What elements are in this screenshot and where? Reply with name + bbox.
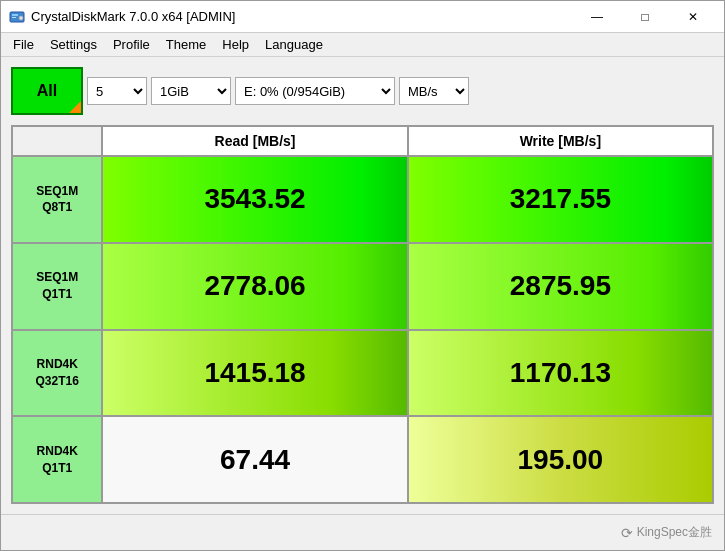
benchmark-table: Read [MB/s] Write [MB/s] SEQ1MQ8T13543.5… <box>11 125 714 504</box>
footer: ⟳ KingSpec金胜 <box>1 514 724 550</box>
menu-bar: FileSettingsProfileThemeHelpLanguage <box>1 33 724 57</box>
svg-rect-2 <box>12 17 16 18</box>
all-button[interactable]: All <box>11 67 83 115</box>
row-0-read: 3543.52 <box>102 156 407 243</box>
row-3-read: 67.44 <box>102 416 407 503</box>
header-read-col: Read [MB/s] <box>102 126 407 156</box>
row-1-label: SEQ1MQ1T1 <box>12 243 102 330</box>
table-row: RND4KQ1T167.44195.00 <box>12 416 713 503</box>
window-title: CrystalDiskMark 7.0.0 x64 [ADMIN] <box>31 9 574 24</box>
menu-item-menu-language[interactable]: Language <box>257 35 331 54</box>
title-bar: CrystalDiskMark 7.0.0 x64 [ADMIN] — □ ✕ <box>1 1 724 33</box>
menu-item-menu-settings[interactable]: Settings <box>42 35 105 54</box>
svg-point-3 <box>19 16 23 20</box>
header-label-col <box>12 126 102 156</box>
app-icon <box>9 9 25 25</box>
row-3-label: RND4KQ1T1 <box>12 416 102 503</box>
close-button[interactable]: ✕ <box>670 2 716 32</box>
minimize-button[interactable]: — <box>574 2 620 32</box>
main-content: All 5 1GiB E: 0% (0/954GiB) MB/s Read [M… <box>1 57 724 514</box>
unit-select[interactable]: MB/s <box>399 77 469 105</box>
svg-rect-1 <box>12 14 18 16</box>
row-0-label: SEQ1MQ8T1 <box>12 156 102 243</box>
watermark-text: KingSpec金胜 <box>637 524 712 541</box>
window-controls: — □ ✕ <box>574 2 716 32</box>
watermark: ⟳ KingSpec金胜 <box>621 524 712 541</box>
table-row: SEQ1MQ1T12778.062875.95 <box>12 243 713 330</box>
menu-item-menu-theme[interactable]: Theme <box>158 35 214 54</box>
row-1-read: 2778.06 <box>102 243 407 330</box>
menu-item-menu-profile[interactable]: Profile <box>105 35 158 54</box>
menu-item-menu-help[interactable]: Help <box>214 35 257 54</box>
row-2-label: RND4KQ32T16 <box>12 330 102 417</box>
controls-row: All 5 1GiB E: 0% (0/954GiB) MB/s <box>11 67 714 115</box>
row-3-write: 195.00 <box>408 416 713 503</box>
table-header: Read [MB/s] Write [MB/s] <box>12 126 713 156</box>
table-row: RND4KQ32T161415.181170.13 <box>12 330 713 417</box>
menu-item-menu-file[interactable]: File <box>5 35 42 54</box>
main-window: CrystalDiskMark 7.0.0 x64 [ADMIN] — □ ✕ … <box>0 0 725 551</box>
row-2-read: 1415.18 <box>102 330 407 417</box>
row-0-write: 3217.55 <box>408 156 713 243</box>
row-2-write: 1170.13 <box>408 330 713 417</box>
runs-select[interactable]: 5 <box>87 77 147 105</box>
row-1-write: 2875.95 <box>408 243 713 330</box>
header-write-col: Write [MB/s] <box>408 126 713 156</box>
watermark-icon: ⟳ <box>621 525 633 541</box>
drive-select[interactable]: E: 0% (0/954GiB) <box>235 77 395 105</box>
restore-button[interactable]: □ <box>622 2 668 32</box>
table-row: SEQ1MQ8T13543.523217.55 <box>12 156 713 243</box>
size-select[interactable]: 1GiB <box>151 77 231 105</box>
